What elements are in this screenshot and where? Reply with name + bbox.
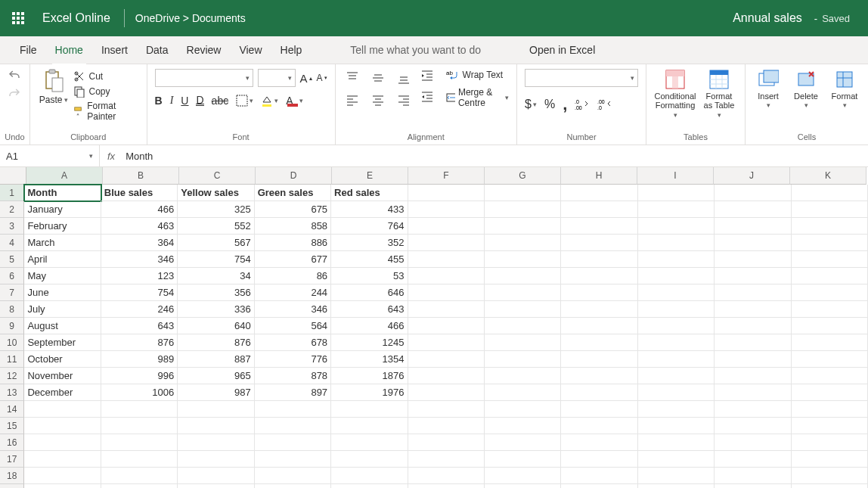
- row-header[interactable]: 8: [0, 301, 24, 318]
- cell[interactable]: [408, 301, 485, 318]
- row-header[interactable]: 14: [0, 401, 24, 418]
- cell[interactable]: [638, 451, 715, 468]
- cell[interactable]: December: [24, 384, 101, 401]
- align-center-button[interactable]: [369, 92, 387, 110]
- tab-file[interactable]: File: [11, 36, 46, 64]
- tab-view[interactable]: View: [230, 36, 271, 64]
- cell[interactable]: 776: [255, 351, 331, 368]
- cell[interactable]: 325: [178, 201, 254, 218]
- cell[interactable]: [792, 318, 868, 334]
- cell[interactable]: [638, 351, 715, 368]
- cell[interactable]: [178, 434, 254, 451]
- cell[interactable]: [561, 484, 637, 488]
- cell[interactable]: Red sales: [331, 185, 408, 201]
- cell[interactable]: [485, 218, 561, 235]
- cell[interactable]: [715, 451, 791, 468]
- breadcrumb[interactable]: OneDrive > Documents: [135, 12, 246, 24]
- cell[interactable]: [638, 418, 715, 434]
- cell[interactable]: [638, 401, 715, 418]
- cell[interactable]: [485, 418, 561, 434]
- cell[interactable]: [792, 201, 868, 218]
- tab-data[interactable]: Data: [137, 36, 178, 64]
- cell[interactable]: [792, 284, 868, 301]
- cell[interactable]: [485, 484, 561, 488]
- cell[interactable]: [408, 368, 485, 384]
- italic-button[interactable]: I: [170, 95, 174, 107]
- cell[interactable]: [331, 434, 408, 451]
- conditional-formatting-button[interactable]: Conditional Formatting ▾: [654, 69, 696, 120]
- cell[interactable]: 552: [178, 218, 254, 235]
- cell[interactable]: 336: [178, 301, 254, 318]
- merge-center-button[interactable]: Merge & Centre▾: [446, 87, 509, 108]
- cell[interactable]: [178, 401, 254, 418]
- cell[interactable]: [561, 218, 637, 235]
- cell[interactable]: [561, 185, 637, 201]
- strikethrough-button[interactable]: abc: [212, 95, 229, 107]
- bold-button[interactable]: B: [155, 95, 163, 107]
- cell[interactable]: [561, 201, 637, 218]
- cell[interactable]: [485, 268, 561, 284]
- cell[interactable]: [408, 284, 485, 301]
- cell[interactable]: 1354: [331, 351, 408, 368]
- cell[interactable]: 564: [255, 318, 331, 334]
- cell[interactable]: [638, 185, 715, 201]
- cell[interactable]: [792, 418, 868, 434]
- cell[interactable]: [715, 185, 791, 201]
- cell[interactable]: [792, 185, 868, 201]
- column-header[interactable]: B: [103, 167, 179, 185]
- row-header[interactable]: 18: [0, 468, 24, 484]
- app-launcher-button[interactable]: [0, 0, 36, 36]
- cell[interactable]: [561, 468, 637, 484]
- cell[interactable]: [485, 185, 561, 201]
- cell[interactable]: [101, 484, 178, 488]
- cell[interactable]: [255, 468, 331, 484]
- align-right-button[interactable]: [395, 92, 413, 110]
- tab-help[interactable]: Help: [271, 36, 312, 64]
- cell[interactable]: [792, 368, 868, 384]
- cell[interactable]: [561, 334, 637, 351]
- cell[interactable]: [101, 468, 178, 484]
- cell[interactable]: [408, 334, 485, 351]
- column-header[interactable]: D: [256, 167, 332, 185]
- cell[interactable]: [561, 418, 637, 434]
- row-header[interactable]: 5: [0, 251, 24, 268]
- cell[interactable]: [485, 301, 561, 318]
- align-top-button[interactable]: [343, 69, 361, 87]
- percent-button[interactable]: %: [544, 98, 555, 111]
- cell[interactable]: [255, 451, 331, 468]
- cell[interactable]: 455: [331, 251, 408, 268]
- comma-style-button[interactable]: ,: [563, 95, 567, 114]
- cell[interactable]: [715, 351, 791, 368]
- row-header[interactable]: 16: [0, 434, 24, 451]
- cell[interactable]: [408, 451, 485, 468]
- redo-button[interactable]: [8, 87, 21, 101]
- cell[interactable]: [792, 235, 868, 251]
- cell[interactable]: [792, 451, 868, 468]
- cell[interactable]: [715, 268, 791, 284]
- cell[interactable]: [638, 434, 715, 451]
- column-header[interactable]: F: [408, 167, 485, 185]
- column-header[interactable]: A: [26, 167, 103, 185]
- cell[interactable]: 1976: [331, 384, 408, 401]
- cell[interactable]: [715, 218, 791, 235]
- wrap-text-button[interactable]: abWrap Text: [446, 69, 509, 81]
- cell[interactable]: January: [24, 201, 101, 218]
- increase-indent-button[interactable]: [420, 90, 434, 104]
- cell[interactable]: Yellow sales: [178, 185, 254, 201]
- cell[interactable]: [178, 468, 254, 484]
- cell[interactable]: 246: [101, 301, 178, 318]
- cell[interactable]: [255, 401, 331, 418]
- cell[interactable]: [408, 201, 485, 218]
- breadcrumb-parent[interactable]: OneDrive: [135, 12, 180, 24]
- cell[interactable]: 86: [255, 268, 331, 284]
- cell[interactable]: [792, 301, 868, 318]
- cell[interactable]: [485, 334, 561, 351]
- cell[interactable]: [408, 401, 485, 418]
- document-title[interactable]: Annual sales: [733, 11, 802, 25]
- column-header[interactable]: I: [637, 167, 714, 185]
- cell[interactable]: May: [24, 268, 101, 284]
- cell[interactable]: [638, 251, 715, 268]
- cell[interactable]: 123: [101, 268, 178, 284]
- cell[interactable]: [408, 484, 485, 488]
- cell[interactable]: [485, 468, 561, 484]
